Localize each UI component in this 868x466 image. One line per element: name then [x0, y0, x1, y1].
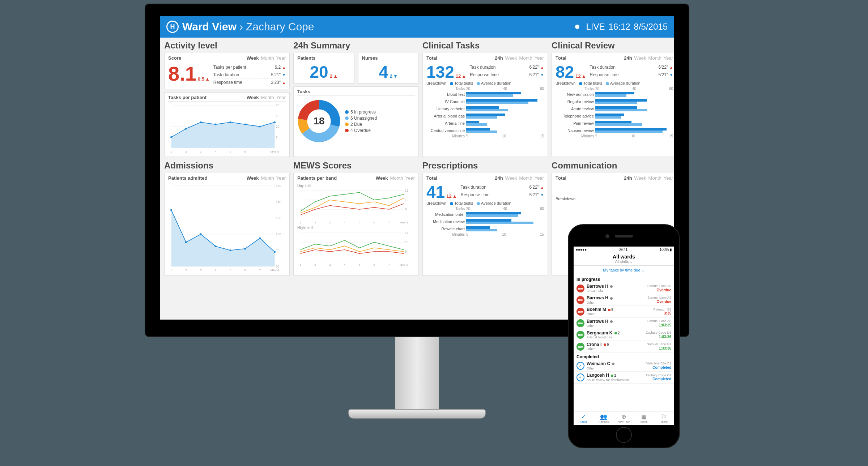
- signal-icon: ●●●●●: [576, 248, 587, 252]
- clinical-review-bars: Tasks204060New admissionRegular reviewAc…: [556, 87, 673, 138]
- section-title: Admissions: [164, 161, 290, 171]
- clinical-review-total: 82: [556, 64, 574, 80]
- svg-text:6: 6: [374, 263, 375, 266]
- section-title: Clinical Tasks: [422, 40, 548, 51]
- phone-screen: ●●●●● 09:41 100% ▮ All wards All shifts …: [574, 247, 674, 425]
- battery-pct: 100%: [660, 248, 669, 252]
- card-clinical-review: Total 24hWeekMonthYear 82 12 Task durati…: [552, 53, 674, 157]
- timescale-picker[interactable]: 24hWeekMonthYear: [622, 55, 673, 61]
- nurses-delta: 2: [390, 73, 398, 79]
- svg-point-47: [274, 251, 276, 253]
- list-item[interactable]: me Barrows H Other Samuel Lane A8 Overdu…: [574, 294, 674, 306]
- svg-point-44: [229, 249, 231, 251]
- card-nurses: Nurses 4 2: [358, 53, 419, 84]
- list-item[interactable]: ✓ Langosh H 2 Acute review for deteriora…: [574, 372, 674, 383]
- home-button[interactable]: [616, 427, 632, 443]
- timescale-picker[interactable]: WeekMonthYear: [374, 175, 415, 181]
- tab-new-task[interactable]: ⊕New Task: [614, 411, 634, 425]
- tab-tasks[interactable]: ✓Tasks: [574, 411, 594, 425]
- svg-text:6: 6: [244, 269, 246, 272]
- activity-score: 8.1: [168, 64, 196, 84]
- phone-subtitle[interactable]: All shifts ⌄: [574, 260, 674, 264]
- section-activity: Activity level Score WeekMonthYear 8.1 0…: [164, 40, 290, 157]
- svg-text:3: 3: [329, 221, 331, 224]
- day-shift-label: Day shift: [297, 184, 415, 188]
- svg-text:120: 120: [276, 216, 281, 220]
- card-tasks-donut: Tasks 18 5 In progress6 Unassigned2 Due4…: [293, 86, 419, 157]
- svg-point-14: [259, 126, 261, 128]
- list-item[interactable]: me Barrows H Other Samuel Lane A8 1:03:3…: [574, 318, 674, 329]
- prescriptions-delta: 12: [446, 193, 457, 199]
- prescriptions-bars: Tasks204060Medication orderMedication re…: [426, 207, 544, 236]
- svg-text:5: 5: [359, 221, 361, 224]
- clinical-tasks-total: 132: [426, 64, 454, 80]
- svg-text:10: 10: [276, 125, 280, 128]
- night-shift-label: Night shift: [297, 226, 415, 230]
- breadcrumb[interactable]: Zachary Cope: [246, 21, 314, 33]
- tab-team[interactable]: ⚐Team: [654, 411, 674, 425]
- timescale-picker[interactable]: WeekMonthYear: [244, 55, 286, 61]
- tab-patients[interactable]: 👥Patients: [594, 411, 614, 425]
- chevron-down-icon: ⌄: [630, 260, 633, 264]
- mews-day-chart: 510151234567MAY 8: [297, 188, 415, 225]
- svg-text:15: 15: [276, 114, 280, 118]
- phone-earpiece: [615, 235, 633, 238]
- svg-text:5: 5: [230, 150, 231, 153]
- prescriptions-total: 41: [426, 184, 445, 200]
- svg-text:7: 7: [388, 263, 390, 266]
- bar-legend: Breakdown Total tasks Average duration: [556, 81, 673, 85]
- avatar: me: [576, 285, 584, 292]
- chart-label: Patients per band: [297, 175, 374, 181]
- list-item[interactable]: me Bergnaum K 2 Arterial blood gas Zacha…: [574, 329, 674, 341]
- live-label: LIVE: [586, 22, 605, 32]
- avatar: ✓: [576, 373, 584, 381]
- svg-point-13: [244, 124, 246, 125]
- svg-text:MAY 8: MAY 8: [271, 150, 279, 153]
- phone-task-list[interactable]: In progress me Barrows H IV Cannula Samu…: [574, 275, 674, 411]
- svg-point-11: [215, 124, 217, 125]
- list-item[interactable]: me Barrows H IV Cannula Samuel Lane A8 O…: [574, 283, 674, 294]
- list-item[interactable]: me Boehm M 9 Other Paterson E9 3:35: [574, 306, 674, 317]
- svg-point-12: [229, 121, 231, 123]
- phone-filter[interactable]: My tasks by time due ⌄: [574, 266, 674, 275]
- section-title: Prescriptions: [422, 161, 548, 171]
- timescale-picker[interactable]: 24hWeekMonthYear: [493, 55, 544, 61]
- donut-total: 18: [297, 99, 341, 143]
- list-item[interactable]: ✓ Weimann C Other Valentine Ellis E1 Com…: [574, 360, 674, 372]
- app-logo-icon: H: [166, 21, 179, 33]
- donut-legend: 5 In progress6 Unassigned2 Due4 Overdue: [345, 108, 377, 134]
- timescale-picker[interactable]: WeekMonthYear: [244, 95, 286, 100]
- svg-text:2: 2: [185, 150, 187, 153]
- bar-legend: Breakdown Total tasks Average duration: [426, 201, 544, 205]
- timescale-picker[interactable]: WeekMonthYear: [244, 175, 286, 181]
- avatar: me: [576, 319, 584, 327]
- section-mews: MEWS Scores Patients per band WeekMonthY…: [293, 161, 419, 275]
- phone-tab-bar: ✓Tasks👥Patients⊕New Task▦Shifts⚐Team: [574, 411, 674, 425]
- card-tasks-per-patient: Tasks per patient WeekMonthYear 51015201…: [164, 92, 290, 157]
- timescale-picker[interactable]: 24hWeekMonthYear: [493, 175, 544, 181]
- svg-text:4: 4: [344, 221, 346, 224]
- svg-point-43: [215, 245, 217, 247]
- avatar: me: [576, 308, 584, 316]
- total-label: Total: [426, 175, 493, 181]
- svg-text:1: 1: [170, 269, 172, 272]
- card-admissions: Patients admitted WeekMonthYear 60801001…: [164, 173, 290, 275]
- timescale-picker[interactable]: 24hWeekMonthYear: [622, 175, 673, 181]
- svg-text:6: 6: [244, 150, 246, 153]
- phone-title[interactable]: All wards: [574, 254, 674, 260]
- patients-delta: 2: [330, 73, 338, 79]
- card-patients: Patients 20 2: [293, 53, 354, 84]
- total-label: Total: [556, 175, 622, 181]
- clinical-tasks-delta: 12: [456, 73, 466, 79]
- svg-text:2: 2: [185, 269, 187, 272]
- list-group-header: In progress: [574, 275, 674, 283]
- svg-point-46: [259, 237, 261, 239]
- svg-text:3: 3: [329, 263, 331, 266]
- section-title: 24h Summary: [293, 40, 419, 51]
- svg-text:4: 4: [215, 150, 217, 153]
- svg-point-15: [274, 121, 276, 123]
- svg-point-41: [185, 241, 187, 243]
- list-item[interactable]: me Crona I 9 Other Samuel Lane G1 1:33:3…: [574, 341, 674, 352]
- tab-shifts[interactable]: ▦Shifts: [634, 411, 654, 425]
- section-clinical-review: Clinical Review Total 24hWeekMonthYear 8…: [552, 40, 674, 157]
